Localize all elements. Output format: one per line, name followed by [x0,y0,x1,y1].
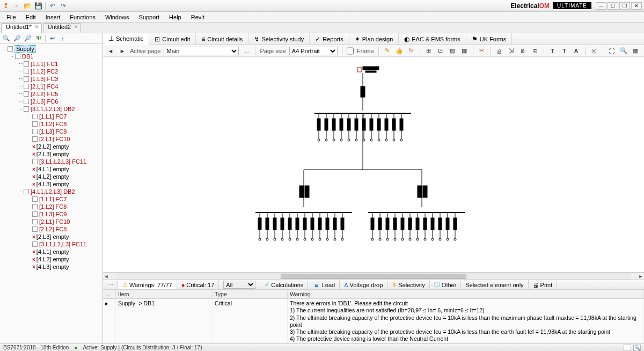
doc-tab[interactable]: Untitled2✕ [43,23,81,33]
grid-icon[interactable]: ▦ [631,47,640,55]
view-tab-eac-ems-forms[interactable]: ◐EAC & EMS forms [399,33,466,45]
next-page-icon[interactable]: ► [118,47,127,55]
row-item[interactable]: Supply -> DB1 [116,299,213,343]
project-tree[interactable]: -Supply-DB1⋯[1.L1] FC1⋯[1.L2] FC2⋯[1.L3]… [0,44,103,343]
expand-icon[interactable]: ⋯ [103,280,118,289]
view-tab-reports[interactable]: ✓Reports [310,33,349,45]
restore-button[interactable]: ❐ [619,2,630,10]
prev-page-icon[interactable]: ◄ [106,47,115,55]
view-tab-uk-forms[interactable]: ⚑UK Forms [466,33,513,45]
tree-node[interactable]: [1.L1] FC7 [0,195,103,203]
tree-node[interactable]: ⋯[2.L3] FC6 [0,98,103,105]
cut-icon[interactable]: ✂ [478,47,486,55]
back-icon[interactable]: ↩ [48,34,56,43]
critical-tab[interactable]: ●Critical: 17 [177,280,219,289]
view-tab-schematic[interactable]: ⊥Schematic [103,34,149,45]
tool-icon[interactable]: ⊞ [425,47,433,55]
tree-node[interactable]: ×[4.L1] empty [0,165,103,173]
tree-node[interactable]: [2.L2] FC8 [0,225,103,233]
status-search-icon[interactable]: 🔍 [633,345,641,351]
tree-node[interactable]: ×[4.L3] empty [0,180,103,188]
thumb-up-icon[interactable]: 👍 [395,47,404,55]
view-tab-circuit-edit[interactable]: ⊡Circuit edit [149,33,196,45]
tree-node[interactable]: [2.L1] FC10 [0,218,103,225]
tree-node[interactable]: [2.L1] FC10 [0,135,103,143]
tag-other[interactable]: ⓘOther [430,280,462,289]
h-scrollbar[interactable]: ◄► [103,272,644,280]
print-icon[interactable]: 🖨 [495,47,504,55]
new-icon[interactable]: ▫ [13,2,20,10]
tree-node[interactable]: [1.L3] FC9 [0,210,103,218]
tree-node[interactable]: [1.L2] FC8 [0,203,103,210]
tree-node[interactable]: [1.L1] FC7 [0,113,103,120]
tree-node[interactable]: ⋯[1.L3] FC3 [0,75,103,83]
schematic-canvas[interactable] [103,57,644,272]
filter-select[interactable]: All [219,280,260,289]
tree-node[interactable]: ×[4.L2] empty [0,255,103,263]
refresh-icon[interactable]: ↻ [407,47,415,55]
doc-tab[interactable]: Untitled1*✕ [1,23,42,33]
tree-node[interactable]: ⋯[2.L2] FC5 [0,90,103,98]
copy-icon[interactable]: ⧉ [531,47,539,55]
tree-node[interactable]: -[4.L1,L2,L3] DB2 [0,188,103,195]
view-tab-circuit-details[interactable]: ≡Circuit details [196,33,248,45]
tree-node[interactable]: ⋯[1.L1] FC1 [0,60,103,68]
row-icon[interactable]: ▸ [103,299,116,343]
menu-revit[interactable]: Revit [187,13,209,21]
tag-voltage-drop[interactable]: ΔVoltage drop [340,280,387,289]
menu-support[interactable]: Support [135,13,164,21]
zoom-out-icon[interactable]: 🔎 [24,34,32,43]
frame-checkbox[interactable] [347,47,354,55]
status-btn[interactable] [624,345,631,351]
tree-node[interactable]: -[3.L1,L2,L3] DB2 [0,105,103,113]
close-tab-icon[interactable]: ✕ [74,24,78,30]
page-menu-icon[interactable]: … [242,47,251,55]
redo-icon[interactable]: ↷ [60,2,67,10]
menu-functions[interactable]: Functions [65,13,100,21]
tree-node[interactable]: [3.L1,L2,L3] FC11 [0,158,103,165]
menu-insert[interactable]: Insert [41,13,65,21]
tree-node[interactable]: ×[4.L1] empty [0,248,103,255]
view-tab-selectivity-study[interactable]: ↯Selectivity study [248,33,310,45]
tree-node[interactable]: ×[4.L2] empty [0,173,103,180]
tree-node[interactable]: [1.L2] FC8 [0,120,103,128]
view-tab-plan-design[interactable]: ✦Plan design [349,33,399,45]
warnings-tab[interactable]: ⚠Warnings: 77/77 [118,280,177,289]
open-icon[interactable]: 📂 [24,2,31,10]
zoom-in-icon[interactable]: 🔎 [13,34,21,43]
tree-node[interactable]: ×[2.L2] empty [0,143,103,150]
menu-file[interactable]: File [2,13,20,21]
tree-node[interactable]: -Supply [0,45,103,53]
tree-node[interactable]: [3.L1,L2,L3] FC11 [0,240,103,248]
zoom-icon[interactable]: 🔍 [619,47,628,55]
tool2-icon[interactable]: ⊡ [436,47,445,55]
search-icon[interactable]: 🔍 [2,34,11,43]
tag-selectivity[interactable]: ↯Selectivity [387,280,430,289]
tree-node[interactable]: ⋯[2.L1] FC4 [0,83,103,90]
pencil-icon[interactable]: ✎ [383,47,392,55]
menu-edit[interactable]: Edit [21,13,40,21]
target-icon[interactable]: ◎ [590,47,598,55]
script-icon[interactable]: 𝚿 [34,34,43,43]
font-icon[interactable]: A [572,47,581,55]
export-icon[interactable]: ⇲ [507,47,516,55]
close-tab-icon[interactable]: ✕ [35,24,39,30]
text2-icon[interactable]: T [560,47,569,55]
tree-node[interactable]: ⋯[1.L2] FC2 [0,68,103,75]
tree-node[interactable]: ×[2.L3] empty [0,233,103,240]
min-button[interactable]: — [596,2,606,10]
active-page-select[interactable]: Main [164,47,239,55]
menu-windows[interactable]: Windows [101,13,134,21]
selected-only[interactable]: Selected element only [461,280,528,289]
save-icon[interactable]: 💾 [34,2,42,10]
tree-node[interactable]: ×[4.L3] empty [0,263,103,270]
tag-load[interactable]: ≡Load [308,280,340,289]
page-size-select[interactable]: A4 Portrait [289,47,338,55]
up-icon[interactable]: ↑ [58,34,67,43]
tree-node[interactable]: ×[2.L3] empty [0,150,103,158]
tree-node[interactable]: -DB1 [0,53,103,60]
tag-calculations[interactable]: ✓Calculations [260,280,308,289]
tool3-icon[interactable]: ▤ [448,47,457,55]
tree-node[interactable]: [1.L3] FC9 [0,128,103,135]
text-icon[interactable]: T [548,47,557,55]
